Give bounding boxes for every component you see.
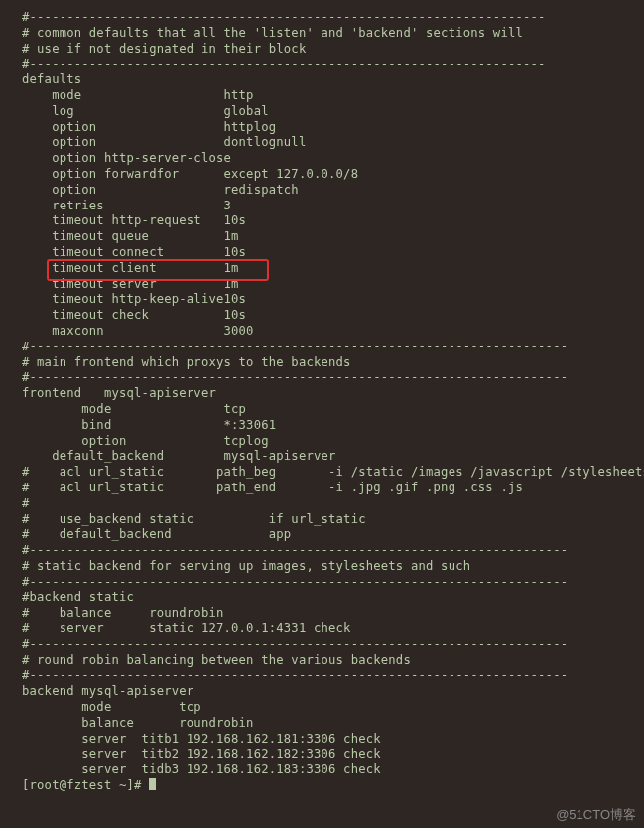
watermark: @51CTO博客 bbox=[556, 806, 636, 824]
comment: #backend static bbox=[22, 590, 636, 606]
acl-line: # acl url_static path_beg -i /static /im… bbox=[22, 465, 636, 481]
comment: # balance roundrobin bbox=[22, 606, 636, 621]
defaults-line: timeout connect 10s bbox=[22, 245, 636, 261]
defaults-line: retries 3 bbox=[22, 199, 636, 214]
comment: # common defaults that all the 'listen' … bbox=[22, 26, 636, 42]
frontend-line: default_backend mysql-apiserver bbox=[22, 449, 636, 465]
divider: #---------------------------------------… bbox=[22, 340, 636, 355]
frontend-line: bind *:33061 bbox=[22, 418, 636, 434]
defaults-line: timeout client 1m bbox=[22, 261, 636, 277]
comment: # bbox=[22, 496, 636, 512]
server-line: server titb1 192.168.162.181:3306 check bbox=[22, 732, 636, 748]
comment: # use_backend static if url_static bbox=[22, 512, 636, 528]
divider: #---------------------------------------… bbox=[22, 370, 636, 386]
defaults-line: timeout check 10s bbox=[22, 308, 636, 324]
divider: #---------------------------------------… bbox=[22, 57, 636, 72]
server-line: server titb2 192.168.162.182:3306 check bbox=[22, 747, 636, 762]
cursor bbox=[149, 778, 156, 790]
defaults-line: option redispatch bbox=[22, 183, 636, 199]
acl-line: # acl url_static path_end -i .jpg .gif .… bbox=[22, 481, 636, 496]
defaults-line: option dontlognull bbox=[22, 135, 636, 151]
defaults-line: option forwardfor except 127.0.0.0/8 bbox=[22, 167, 636, 183]
divider: #---------------------------------------… bbox=[22, 543, 636, 559]
defaults-line: option httplog bbox=[22, 120, 636, 136]
defaults-line: mode http bbox=[22, 88, 636, 104]
comment: # main frontend which proxys to the back… bbox=[22, 355, 636, 371]
frontend-line: option tcplog bbox=[22, 434, 636, 450]
defaults-line: timeout queue 1m bbox=[22, 229, 636, 245]
comment: # server static 127.0.0.1:4331 check bbox=[22, 621, 636, 637]
divider: #---------------------------------------… bbox=[22, 637, 636, 653]
comment: # round robin balancing between the vari… bbox=[22, 653, 636, 669]
divider: #---------------------------------------… bbox=[22, 575, 636, 591]
backend-line: balance roundrobin bbox=[22, 716, 636, 732]
defaults-line: timeout http-keep-alive10s bbox=[22, 292, 636, 308]
comment: # default_backend app bbox=[22, 527, 636, 543]
prompt-text: [root@fztest ~]# bbox=[22, 778, 149, 792]
frontend-line: mode tcp bbox=[22, 402, 636, 418]
defaults-line: option http-server-close bbox=[22, 151, 636, 167]
defaults-line: maxconn 3000 bbox=[22, 324, 636, 340]
section-header: frontend mysql-apiserver bbox=[22, 386, 636, 402]
section-header: defaults bbox=[22, 72, 636, 88]
defaults-line: timeout http-request 10s bbox=[22, 213, 636, 229]
backend-line: mode tcp bbox=[22, 700, 636, 716]
section-header: backend mysql-apiserver bbox=[22, 684, 636, 700]
defaults-line: log global bbox=[22, 104, 636, 120]
comment: # use if not designated in their block bbox=[22, 42, 636, 58]
shell-prompt[interactable]: [root@fztest ~]# bbox=[22, 778, 636, 794]
terminal-screen[interactable]: #---------------------------------------… bbox=[0, 0, 644, 794]
divider: #---------------------------------------… bbox=[22, 668, 636, 684]
server-line: server tidb3 192.168.162.183:3306 check bbox=[22, 762, 636, 778]
defaults-line: timeout server 1m bbox=[22, 277, 636, 293]
divider: #---------------------------------------… bbox=[22, 10, 636, 26]
comment: # static backend for serving up images, … bbox=[22, 559, 636, 575]
